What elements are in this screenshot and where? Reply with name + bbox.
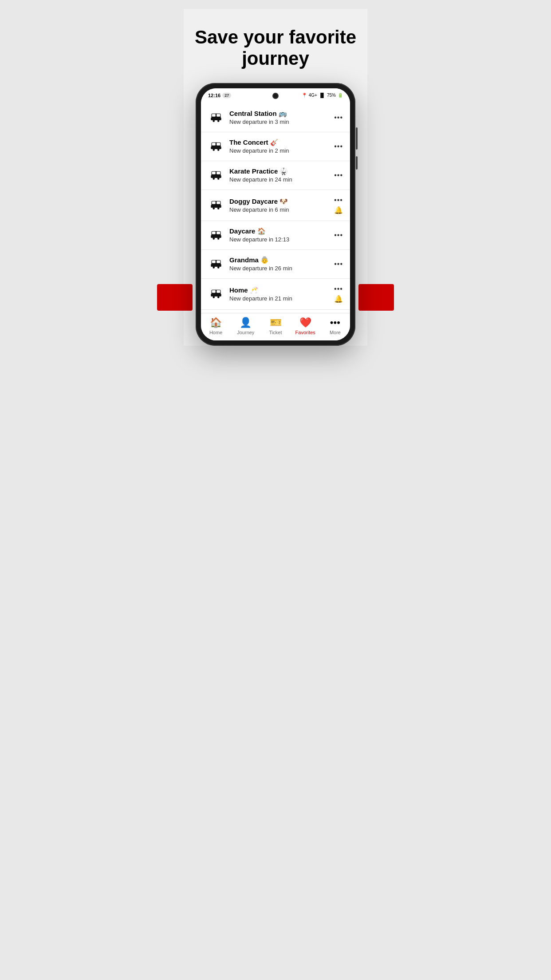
svg-point-21 [213,178,215,180]
journey-name: The Concert 🎸 [229,138,331,146]
journey-departure: New departure in 26 min [229,265,331,272]
journey-departure: New departure in 24 min [229,176,331,183]
red-accent-right [358,284,394,311]
phone-screen: 12:16 27 📍 4G+ ▐▌ 75% 🔋 [201,88,350,340]
svg-rect-39 [212,236,221,238]
volume-button [356,127,358,150]
journey-actions[interactable]: ••• [334,114,343,122]
svg-point-46 [217,266,220,269]
svg-rect-17 [212,171,216,174]
bus-icon [208,110,224,126]
svg-rect-1 [212,114,216,116]
svg-rect-23 [212,176,221,178]
nav-item-ticket[interactable]: 🎫Ticket [260,317,290,335]
nav-label-ticket: Ticket [269,330,282,335]
svg-rect-15 [212,147,221,149]
signal-bars: ▐▌ [319,93,325,98]
svg-point-13 [213,149,215,151]
bus-icon [208,256,224,272]
svg-point-53 [213,296,215,298]
journey-name: Home 🥂 [229,286,331,294]
svg-rect-10 [216,142,220,145]
svg-rect-2 [216,114,220,116]
bus-icon [208,227,224,243]
nav-icon-more: ••• [330,317,340,328]
nav-label-journey: Journey [237,330,254,335]
more-options-button[interactable]: ••• [334,171,343,179]
front-camera [272,93,279,99]
svg-rect-7 [212,119,221,120]
notification-bell[interactable]: 🔔 [334,295,343,303]
journey-info: Karate Practice 🥋 New departure in 24 mi… [229,167,331,183]
journey-item[interactable]: Grandma 👵 New departure in 26 min ••• [201,250,350,279]
more-options-button[interactable]: ••• [334,231,343,239]
journey-info: Home 🥂 New departure in 21 min [229,286,331,302]
red-accent-left [157,284,193,311]
location-icon: 📍 [302,93,307,98]
status-bar: 12:16 27 📍 4G+ ▐▌ 75% 🔋 [201,88,350,100]
journey-info: Doggy Daycare 🐶 New departure in 6 min [229,198,331,213]
journey-actions[interactable]: ••• 🔔 [334,285,343,303]
svg-point-38 [217,237,220,240]
bus-icon [208,138,224,154]
journey-item[interactable]: Daycare 🏠 New departure in 12:13 ••• [201,221,350,250]
svg-point-30 [217,207,220,209]
nav-icon-ticket: 🎫 [270,317,282,328]
bottom-nav: 🏠Home👤Journey🎫Ticket❤️Favorites•••More [201,313,350,340]
journey-name: Doggy Daycare 🐶 [229,198,331,205]
svg-rect-34 [216,231,220,234]
nav-item-home[interactable]: 🏠Home [201,317,231,335]
bus-icon [208,286,224,302]
phone-frame: 12:16 27 📍 4G+ ▐▌ 75% 🔋 [196,83,355,346]
app-content: Central Station 🚌 New departure in 3 min… [201,100,350,313]
svg-rect-25 [212,202,216,204]
svg-rect-31 [212,206,221,208]
nav-item-more[interactable]: •••More [320,317,350,335]
journey-item[interactable]: Home 🥂 New departure in 21 min ••• 🔔 [201,279,350,310]
journey-actions[interactable]: ••• [334,142,343,150]
nav-icon-favorites: ❤️ [299,317,311,328]
journey-name: Karate Practice 🥋 [229,167,331,175]
svg-point-22 [217,178,220,180]
svg-point-5 [213,120,215,122]
journey-info: Daycare 🏠 New departure in 12:13 [229,227,331,243]
nav-item-favorites[interactable]: ❤️Favorites [291,317,320,335]
notification-badge: 27 [222,93,231,98]
page-headline: Save your favorite journey [193,27,358,70]
journey-actions[interactable]: ••• [334,231,343,239]
svg-point-45 [213,266,215,269]
nav-label-more: More [330,330,341,335]
journey-departure: New departure in 6 min [229,206,331,213]
nav-label-home: Home [209,330,222,335]
journey-item[interactable]: The Concert 🎸 New departure in 2 min ••• [201,132,350,161]
more-options-button[interactable]: ••• [334,260,343,268]
more-options-button[interactable]: ••• [334,114,343,122]
svg-point-37 [213,237,215,240]
journey-item[interactable]: Doggy Daycare 🐶 New departure in 6 min •… [201,190,350,221]
journey-list: Central Station 🚌 New departure in 3 min… [201,100,350,310]
more-options-button[interactable]: ••• [334,285,343,293]
journey-departure: New departure in 3 min [229,119,331,125]
svg-rect-41 [212,260,216,263]
journey-actions[interactable]: ••• [334,171,343,179]
bus-icon [208,197,224,213]
nav-item-journey[interactable]: 👤Journey [231,317,260,335]
svg-point-6 [217,120,220,122]
journey-actions[interactable]: ••• 🔔 [334,196,343,214]
svg-rect-26 [216,202,220,204]
svg-rect-50 [216,290,220,293]
journey-actions[interactable]: ••• [334,260,343,268]
headline-section: Save your favorite journey [184,9,367,83]
journey-name: Grandma 👵 [229,256,331,264]
notification-bell[interactable]: 🔔 [334,206,343,214]
journey-info: Grandma 👵 New departure in 26 min [229,256,331,272]
more-options-button[interactable]: ••• [334,142,343,150]
battery-indicator: 75% [327,93,336,98]
journey-item[interactable]: Central Station 🚌 New departure in 3 min… [201,103,350,132]
svg-rect-33 [212,231,216,234]
more-options-button[interactable]: ••• [334,196,343,204]
nav-label-favorites: Favorites [295,330,315,335]
journey-info: The Concert 🎸 New departure in 2 min [229,138,331,154]
svg-rect-42 [216,260,220,263]
journey-item[interactable]: Karate Practice 🥋 New departure in 24 mi… [201,161,350,190]
